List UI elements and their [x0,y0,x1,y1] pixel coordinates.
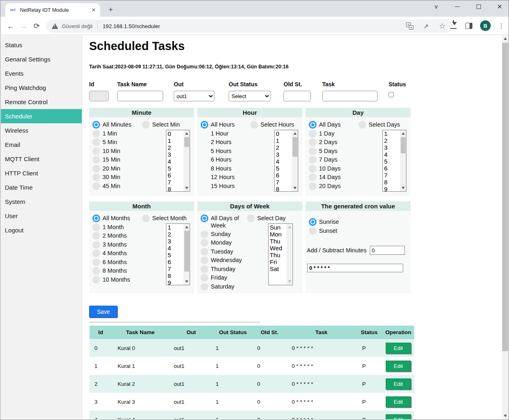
share-icon[interactable]: ↗ [422,22,430,30]
radio-icon[interactable] [92,130,100,138]
list-option[interactable]: 2 [275,144,292,151]
list-option[interactable]: 4 [166,158,184,165]
list-option[interactable]: 3 [383,144,400,151]
translate-icon[interactable]: Aa [406,22,414,30]
radio-option[interactable]: Tuesday [201,248,250,256]
list-option[interactable]: 4 [166,245,184,252]
reload-button[interactable]: ⟳ [31,21,42,31]
list-option[interactable]: 7 [166,265,184,272]
list-option[interactable]: Thu [269,238,286,245]
radio-icon[interactable] [92,241,100,249]
out-status-select[interactable]: Select [229,91,271,101]
list-option[interactable]: 2 [383,137,400,144]
radio-option[interactable]: 2 Months [92,232,145,240]
cron-value-field[interactable] [307,264,403,272]
list-option[interactable]: 0 [275,130,292,137]
radio-icon[interactable] [201,121,208,129]
radio-icon[interactable] [309,147,317,155]
bookmark-star-icon[interactable]: ☆ [438,22,446,30]
select-hours-radio[interactable]: Select Hours [250,121,299,129]
edit-button[interactable]: Edit [386,396,411,407]
forward-button[interactable]: → [18,21,29,31]
radio-icon[interactable] [92,182,100,190]
radio-icon[interactable] [92,121,100,129]
all-days-of-week-radio[interactable]: All Days of Week [201,214,250,229]
radio-icon[interactable] [92,165,100,173]
list-option[interactable]: 9 [383,186,400,191]
sidebar-item-scheduler[interactable]: Scheduler [1,109,82,123]
radio-icon[interactable] [201,230,208,238]
radio-option[interactable]: 1 Day [309,130,362,138]
radio-option[interactable]: 15 Min [92,156,145,164]
list-option[interactable]: 1 [275,137,292,144]
radio-option[interactable]: 5 Min [92,138,145,146]
radio-icon[interactable] [142,121,150,129]
radio-icon[interactable] [309,165,317,173]
sidebar-item-wireless[interactable]: Wireless [1,123,82,138]
radio-icon[interactable] [201,256,208,264]
radio-icon[interactable] [92,138,100,146]
day-multiselect[interactable]: 12345678910 [382,130,406,192]
radio-option[interactable]: 6 Months [92,258,145,266]
browser-tab[interactable]: IOT NetRelay IOT Module ✕ [5,3,100,17]
list-option[interactable]: 6 [166,172,184,179]
list-option[interactable]: 7 [275,179,292,186]
list-option[interactable]: Wed [269,245,286,252]
minimize-button[interactable] [452,1,463,12]
status-checkbox[interactable] [389,92,394,97]
radio-option[interactable]: 5 Days [309,147,362,155]
radio-icon[interactable] [309,227,317,235]
edit-button[interactable]: Edit [386,361,411,372]
radio-option[interactable]: Sunday [201,230,250,238]
list-option[interactable]: 3 [275,151,292,158]
select-min-radio[interactable]: Select Min [142,121,191,129]
radio-option[interactable]: 2 Hours [201,138,253,146]
all-days-radio[interactable]: All Days [309,121,362,129]
sidebar-item-date-time[interactable]: Date Time [1,180,82,195]
add-subtract-minutes-field[interactable] [370,246,405,255]
list-option[interactable]: 5 [166,165,184,172]
radio-icon[interactable] [201,239,208,247]
radio-icon[interactable] [92,223,100,231]
radio-option[interactable]: 5 Hours [201,147,253,155]
list-option[interactable]: 7 [383,172,400,179]
radio-icon[interactable] [142,214,150,222]
radio-option[interactable]: 7 Days [309,156,362,164]
sidebar-item-mqtt-client[interactable]: MQTT Client [1,152,82,166]
new-tab-button[interactable]: + [105,4,116,15]
radio-icon[interactable] [201,248,208,256]
radio-icon[interactable] [247,214,255,222]
radio-option[interactable]: 14 Days [309,173,362,181]
radio-icon[interactable] [201,265,208,273]
list-option[interactable]: 4 [383,151,400,158]
radio-option[interactable]: Saturday [201,283,250,291]
sidebar-item-remote-control[interactable]: Remote Control [1,95,82,109]
list-option[interactable]: Sat [269,265,286,272]
radio-icon[interactable] [201,283,208,291]
sidebar-item-genaral-settings[interactable]: Genaral Settings [1,52,82,66]
sidebar-item-ping-watchdog[interactable]: Ping Watchdog [1,81,82,95]
edit-button[interactable]: Edit [386,378,411,389]
list-option[interactable]: 8 [166,186,184,191]
window-menu-chevron-icon[interactable]: ∨ [430,1,442,12]
list-scrollbar[interactable] [184,130,190,191]
radio-option[interactable]: 3 Months [92,241,145,249]
radio-option[interactable]: 12 Hours [201,173,253,181]
radio-icon[interactable] [309,130,317,138]
radio-icon[interactable] [250,121,258,129]
save-button[interactable]: Save [89,306,118,318]
radio-option[interactable]: 10 Months [92,276,145,284]
all-minutes-radio[interactable]: All Minutes [92,121,145,129]
select-days-radio[interactable]: Select Days [358,121,407,129]
all-months-radio[interactable]: All Months [92,214,145,222]
list-option[interactable]: 5 [275,165,292,172]
list-scrollbar[interactable] [184,224,190,285]
radio-icon[interactable] [201,214,208,222]
list-option[interactable]: 4 [275,158,292,165]
list-option[interactable]: Sun [269,224,286,231]
side-panel-icon[interactable] [465,22,473,30]
list-option[interactable]: 3 [166,238,184,245]
list-option[interactable]: 2 [166,231,184,238]
list-option[interactable]: 8 [166,272,184,279]
list-option[interactable]: Fri [269,258,286,265]
